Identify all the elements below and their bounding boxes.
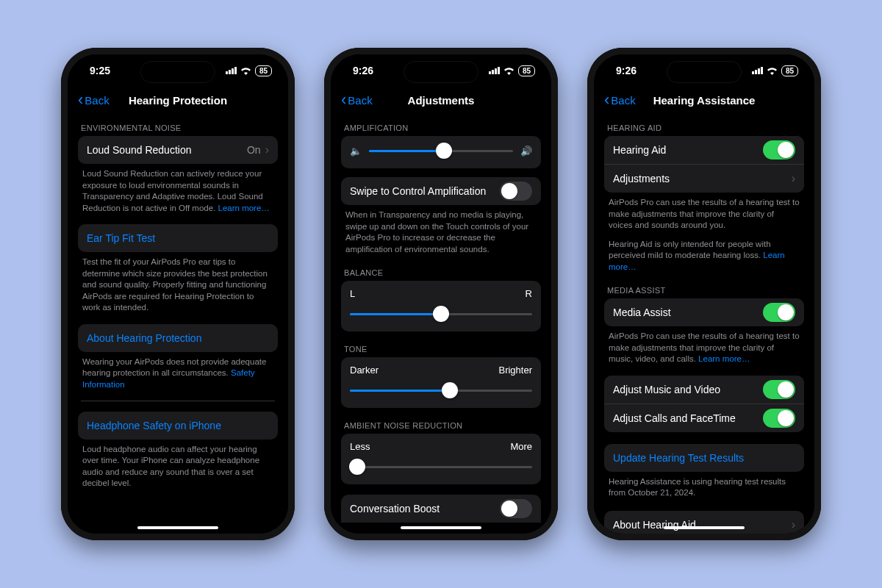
cell-label: Swipe to Control Amplification bbox=[350, 185, 486, 197]
cellular-icon bbox=[752, 67, 763, 74]
anr-right-label: More bbox=[510, 441, 532, 452]
ambient-noise-slider[interactable] bbox=[350, 459, 532, 474]
back-button[interactable]: ‹Back bbox=[604, 94, 636, 107]
page-title: Adjustments bbox=[408, 94, 475, 107]
nav-bar: ‹Back Hearing Assistance bbox=[594, 87, 814, 113]
chevron-right-icon: › bbox=[792, 518, 795, 531]
media-assist-toggle[interactable] bbox=[763, 303, 795, 322]
dynamic-island bbox=[404, 62, 478, 82]
nav-bar: ‹Back Adjustments bbox=[331, 87, 551, 113]
tone-right-label: Brighter bbox=[498, 365, 532, 376]
volume-high-icon: 🔊 bbox=[520, 146, 532, 157]
footer-text: AirPods Pro can use the results of a hea… bbox=[604, 193, 804, 232]
about-hearing-protection-cell[interactable]: About Hearing Protection bbox=[78, 324, 278, 352]
amplification-slider[interactable] bbox=[369, 143, 513, 158]
section-header: TONE bbox=[344, 345, 538, 354]
section-header: ENVIRONMENTAL NOISE bbox=[81, 123, 275, 132]
tone-slider[interactable] bbox=[350, 383, 532, 398]
media-assist-cell[interactable]: Media Assist bbox=[604, 298, 804, 326]
chevron-right-icon: › bbox=[792, 172, 795, 185]
dynamic-island bbox=[667, 62, 741, 82]
amplification-cell: 🔈 🔊 bbox=[341, 136, 541, 168]
anr-left-label: Less bbox=[350, 441, 370, 452]
conversation-boost-toggle[interactable] bbox=[500, 499, 532, 518]
footer-text: Wearing your AirPods does not provide ad… bbox=[78, 352, 278, 391]
cell-label: Adjust Calls and FaceTime bbox=[613, 412, 736, 424]
adjustments-cell[interactable]: Adjustments › bbox=[604, 165, 804, 193]
cell-label: Adjust Music and Video bbox=[613, 384, 720, 395]
conversation-boost-cell[interactable]: Conversation Boost bbox=[341, 495, 541, 523]
adjust-music-cell[interactable]: Adjust Music and Video bbox=[604, 376, 804, 404]
cell-label: Adjustments bbox=[613, 173, 670, 184]
cell-label: Loud Sound Reduction bbox=[87, 144, 191, 156]
footer-text: Hearing Assistance is using hearing test… bbox=[604, 472, 804, 499]
wifi-icon bbox=[240, 67, 251, 75]
section-header: MEDIA ASSIST bbox=[607, 286, 801, 295]
ambient-noise-cell: LessMore bbox=[341, 434, 541, 484]
tone-cell: DarkerBrighter bbox=[341, 357, 541, 408]
hearing-aid-toggle[interactable] bbox=[763, 140, 795, 159]
cell-label: Conversation Boost bbox=[350, 503, 440, 514]
clock: 9:26 bbox=[616, 65, 637, 76]
back-button[interactable]: ‹Back bbox=[78, 94, 110, 107]
phone-adjustments: 9:26 85 ‹Back Adjustments AMPLIFICATION … bbox=[324, 48, 558, 540]
home-indicator[interactable] bbox=[137, 526, 218, 529]
clock: 9:25 bbox=[90, 65, 110, 76]
page-title: Hearing Protection bbox=[129, 94, 227, 107]
about-hearing-aid-cell[interactable]: About Hearing Aid › bbox=[604, 511, 804, 534]
loud-sound-reduction-cell[interactable]: Loud Sound Reduction On› bbox=[78, 136, 278, 164]
learn-more-link[interactable]: Learn more… bbox=[698, 354, 750, 363]
footer-text: Hearing Aid is only intended for people … bbox=[604, 232, 804, 273]
hearing-aid-cell[interactable]: Hearing Aid bbox=[604, 136, 804, 165]
cell-label: Hearing Aid bbox=[613, 144, 666, 156]
home-indicator[interactable] bbox=[664, 526, 745, 529]
ear-tip-fit-test-cell[interactable]: Ear Tip Fit Test bbox=[78, 224, 278, 252]
adjust-calls-cell[interactable]: Adjust Calls and FaceTime bbox=[604, 404, 804, 432]
balance-right-label: R bbox=[526, 288, 532, 299]
swipe-toggle[interactable] bbox=[500, 182, 532, 201]
phone-hearing-protection: 9:25 85 ‹Back Hearing Protection ENVIRON… bbox=[61, 48, 295, 540]
cell-label: Media Assist bbox=[613, 306, 671, 318]
divider bbox=[81, 401, 275, 401]
balance-left-label: L bbox=[350, 288, 355, 299]
cellular-icon bbox=[226, 67, 237, 74]
back-button[interactable]: ‹Back bbox=[341, 94, 373, 107]
wifi-icon bbox=[767, 67, 778, 75]
footer-text: Test the fit of your AirPods Pro ear tip… bbox=[78, 252, 278, 314]
headphone-safety-cell[interactable]: Headphone Safety on iPhone bbox=[78, 412, 278, 440]
volume-low-icon: 🔈 bbox=[350, 146, 362, 157]
page-title: Hearing Assistance bbox=[653, 94, 756, 107]
swipe-control-cell[interactable]: Swipe to Control Amplification bbox=[341, 177, 541, 205]
phone-hearing-assistance: 9:26 85 ‹Back Hearing Assistance HEARING… bbox=[587, 48, 821, 540]
section-header: BALANCE bbox=[344, 268, 538, 277]
cellular-icon bbox=[489, 67, 500, 74]
adjust-calls-toggle[interactable] bbox=[763, 409, 795, 428]
section-header: HEARING AID bbox=[607, 123, 801, 132]
tone-left-label: Darker bbox=[350, 365, 379, 376]
cell-label: Update Hearing Test Results bbox=[613, 452, 744, 464]
balance-slider[interactable] bbox=[350, 306, 532, 321]
cell-label: Headphone Safety on iPhone bbox=[87, 420, 221, 431]
update-hearing-test-cell[interactable]: Update Hearing Test Results bbox=[604, 444, 804, 472]
home-indicator[interactable] bbox=[401, 526, 481, 529]
nav-bar: ‹Back Hearing Protection bbox=[68, 87, 288, 113]
cell-label: About Hearing Protection bbox=[87, 332, 201, 344]
cell-label: Ear Tip Fit Test bbox=[87, 232, 155, 244]
learn-more-link[interactable]: Learn more… bbox=[218, 204, 270, 212]
section-header: AMPLIFICATION bbox=[344, 123, 538, 132]
balance-cell: LR bbox=[341, 281, 541, 331]
cell-value: On bbox=[247, 144, 261, 156]
wifi-icon bbox=[503, 67, 514, 75]
footer-text: Loud Sound Reduction can actively reduce… bbox=[78, 164, 278, 214]
chevron-right-icon: › bbox=[265, 143, 269, 157]
clock: 9:26 bbox=[353, 65, 373, 76]
battery-indicator: 85 bbox=[518, 65, 535, 76]
adjust-music-toggle[interactable] bbox=[763, 380, 795, 399]
dynamic-island bbox=[141, 62, 215, 82]
footer-text: When in Transparency and no media is pla… bbox=[341, 205, 541, 255]
footer-text: AirPods Pro can use the results of a hea… bbox=[604, 326, 804, 365]
footer-text: Loud headphone audio can affect your hea… bbox=[78, 440, 278, 490]
section-header: AMBIENT NOISE REDUCTION bbox=[344, 421, 538, 430]
battery-indicator: 85 bbox=[781, 65, 798, 76]
battery-indicator: 85 bbox=[255, 65, 272, 76]
